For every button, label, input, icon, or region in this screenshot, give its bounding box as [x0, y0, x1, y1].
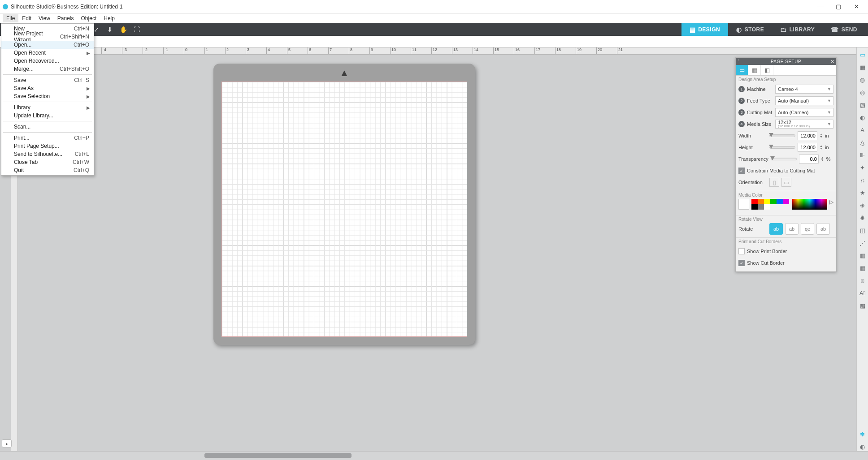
color-swatch[interactable] — [751, 199, 758, 204]
rotate-270[interactable]: ab — [816, 223, 830, 235]
spinner[interactable]: ▲▼ — [820, 133, 823, 138]
mode-library[interactable]: 🗀LIBRARY — [772, 23, 823, 36]
spinner[interactable]: ▲▼ — [820, 145, 823, 150]
menu-help[interactable]: Help — [100, 14, 118, 22]
show-print-checkbox[interactable] — [738, 248, 745, 254]
panel-close-icon[interactable]: ✕ — [830, 59, 835, 64]
color-swatch[interactable] — [777, 199, 783, 204]
page-setup-icon[interactable]: ▭ — [858, 50, 867, 59]
theme-icon[interactable]: ◐ — [858, 442, 867, 451]
mode-store[interactable]: ◐STORE — [728, 23, 772, 36]
pan-icon[interactable]: ✋ — [118, 25, 128, 34]
feed-dropdown[interactable]: Auto (Manual)▼ — [775, 96, 833, 105]
color-swatch[interactable] — [758, 204, 764, 210]
rotate-180[interactable]: qe — [801, 223, 814, 235]
orientation-portrait[interactable]: ▯ — [769, 178, 779, 187]
transp-slider[interactable] — [771, 158, 797, 160]
star-icon[interactable]: ★ — [858, 188, 867, 197]
height-slider[interactable] — [769, 146, 795, 149]
text-style-icon[interactable]: A — [858, 125, 867, 134]
mode-send[interactable]: ☎SEND — [823, 23, 865, 36]
orientation-landscape[interactable]: ▭ — [781, 178, 791, 187]
replicate-icon[interactable]: ⎌ — [858, 176, 867, 185]
color-swatch[interactable] — [770, 199, 777, 204]
menu-view[interactable]: View — [35, 14, 54, 22]
transp-input[interactable] — [799, 155, 819, 163]
file-menu-item[interactable]: SaveCtrl+S — [1, 76, 94, 84]
rotate-90[interactable]: ab — [785, 223, 799, 235]
color-swatch[interactable] — [764, 199, 770, 204]
fit-icon[interactable]: ⛶ — [132, 25, 142, 34]
file-menu-item[interactable]: Scan... — [1, 123, 94, 131]
barcode-icon[interactable]: ⎅ — [858, 276, 867, 285]
rhinestone-icon[interactable]: A⃞ — [858, 288, 867, 297]
file-menu-item[interactable]: Library▶ — [1, 103, 94, 112]
close-button[interactable]: ✕ — [847, 0, 865, 13]
sketch-icon[interactable]: ⋰ — [858, 238, 867, 247]
show-cut-checkbox[interactable]: ✓ — [738, 260, 745, 266]
menu-edit[interactable]: Edit — [18, 14, 35, 22]
color-swatch[interactable] — [758, 199, 764, 204]
offset-icon[interactable]: ◫ — [858, 226, 867, 235]
maximize-button[interactable]: ▢ — [829, 0, 847, 13]
menu-panels[interactable]: Panels — [54, 14, 78, 22]
panel-tab-grid[interactable]: ▦ — [748, 65, 761, 75]
file-menu-item[interactable]: QuitCtrl+Q — [1, 166, 94, 174]
width-input[interactable] — [798, 131, 817, 140]
file-menu-item[interactable]: Open Recovered... — [1, 57, 94, 65]
cutting-mat[interactable]: ▲ — [213, 64, 475, 345]
emboss-icon[interactable]: ▥ — [858, 251, 867, 260]
color-spectrum[interactable] — [792, 199, 827, 210]
file-menu-item[interactable]: Merge...Ctrl+Shift+O — [1, 65, 94, 73]
modify-icon[interactable]: ⊕ — [858, 201, 867, 210]
file-menu-item[interactable]: Print...Ctrl+P — [1, 134, 94, 142]
color-swatch[interactable] — [764, 204, 770, 210]
minimize-button[interactable]: — — [812, 0, 829, 13]
panel-header[interactable]: ˄ PAGE SETUP ✕ — [736, 58, 836, 65]
color-swatch[interactable] — [751, 204, 758, 210]
align-icon[interactable]: ⊪ — [858, 150, 867, 159]
color-swatch[interactable] — [783, 199, 789, 204]
scrollbar-thumb[interactable] — [204, 453, 352, 458]
file-menu-item[interactable]: Send to Silhouette...Ctrl+L — [1, 150, 94, 158]
tab-button[interactable]: ▸ — [2, 439, 12, 447]
pixscan-icon[interactable]: ▦ — [858, 63, 867, 72]
width-slider[interactable] — [769, 134, 795, 137]
height-input[interactable] — [798, 143, 817, 152]
nesting-icon[interactable]: ▦ — [858, 263, 867, 272]
puzzle-icon[interactable]: ▩ — [858, 301, 867, 310]
trace-icon[interactable]: ▧ — [858, 100, 867, 109]
preferences-icon[interactable]: ✽ — [858, 430, 867, 439]
mode-design[interactable]: ▦DESIGN — [681, 23, 729, 36]
transform-icon[interactable]: ✦ — [858, 163, 867, 172]
file-menu-item[interactable]: Update Library... — [1, 112, 94, 120]
media-page[interactable] — [221, 82, 467, 337]
text-path-icon[interactable]: A̰ — [858, 138, 867, 147]
machine-dropdown[interactable]: Cameo 4▼ — [775, 85, 833, 94]
canvas-area[interactable]: -6-5-4-3-2-10123456789101112131415161718… — [11, 47, 856, 451]
spinner[interactable]: ▲▼ — [821, 156, 824, 162]
file-menu-item[interactable]: New Project WizardCtrl+Shift+N — [1, 33, 94, 41]
media-dropdown[interactable]: 12x12(12.000 x 12.000 in)▼ — [775, 120, 833, 129]
file-menu-item[interactable]: Open...Ctrl+O — [1, 41, 94, 49]
mat-dropdown[interactable]: Auto (Cameo)▼ — [775, 108, 833, 117]
menu-object[interactable]: Object — [78, 14, 100, 22]
file-menu-item[interactable]: Open Recent▶ — [1, 49, 94, 57]
panel-tab-page[interactable]: ▭ — [736, 65, 748, 75]
collapse-icon[interactable]: ˄ — [738, 59, 740, 64]
rotate-0[interactable]: ab — [769, 223, 783, 235]
target-icon[interactable]: ✺ — [858, 213, 867, 222]
eyedropper-icon[interactable]: ▷ — [829, 199, 833, 205]
zoom-drag-icon[interactable]: ⬇ — [105, 25, 115, 34]
menu-file[interactable]: File — [3, 14, 18, 22]
fill-icon[interactable]: ◍ — [858, 75, 867, 84]
file-menu-item[interactable]: Print Page Setup... — [1, 142, 94, 150]
constrain-checkbox[interactable]: ✓ — [738, 168, 745, 174]
panel-tab-reg[interactable]: ◧ — [761, 65, 773, 75]
contrast-icon[interactable]: ◐ — [858, 113, 867, 122]
current-color-swatch[interactable] — [738, 199, 749, 210]
file-menu-item[interactable]: Close TabCtrl+W — [1, 158, 94, 166]
file-menu-item[interactable]: Save Selection▶ — [1, 92, 94, 100]
file-menu-item[interactable]: Save As▶ — [1, 84, 94, 92]
bottom-scrollbar[interactable] — [0, 451, 868, 460]
